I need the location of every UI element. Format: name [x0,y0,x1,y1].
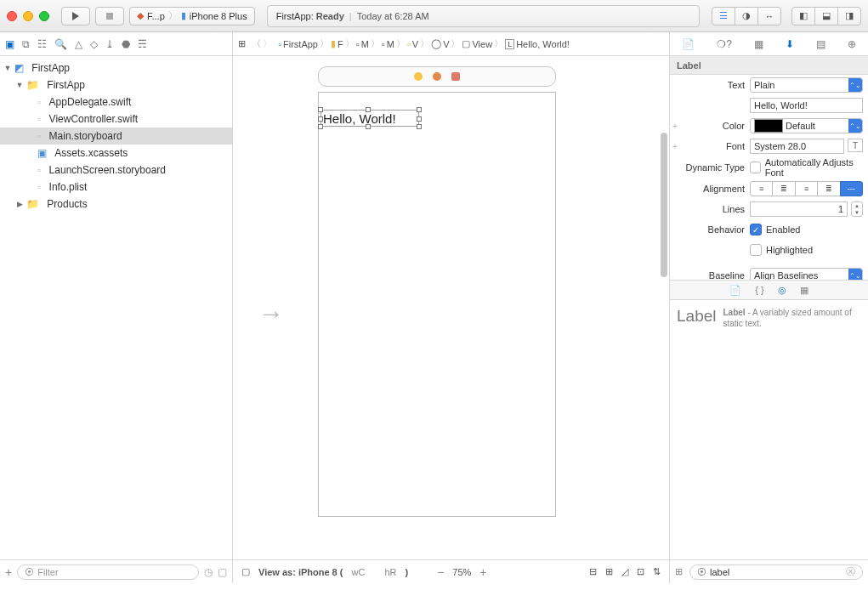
align-center-button[interactable]: ≣ [772,181,795,196]
embed-button[interactable]: ⊡ [637,566,644,577]
forward-button[interactable]: 〉 [263,37,272,50]
project-root-row[interactable]: ▼◩ FirstApp [0,60,232,77]
add-variant-button[interactable]: + [670,141,680,151]
jump-view[interactable]: View [472,39,492,49]
grid-view-icon[interactable]: ⊞ [675,566,683,577]
project-navigator-tab[interactable]: ▣ [5,38,14,50]
stack-button[interactable]: ⇅ [653,566,661,577]
version-editor-button[interactable]: ↔ [757,7,781,26]
jump-label[interactable]: Hello, World! [516,39,570,49]
add-button[interactable]: + [5,565,12,579]
panel-toggle-buttons: ◧ ⬓ ◨ [791,7,861,26]
resolve-button[interactable]: ◿ [621,566,628,577]
code-snippets-tab[interactable]: { } [755,285,763,295]
related-items-icon[interactable]: ⊞ [238,38,246,49]
lines-input[interactable]: 1 [750,201,848,217]
zoom-in-button[interactable]: + [479,565,486,579]
breakpoint-navigator-tab[interactable]: ⬣ [122,38,130,50]
jump-item[interactable]: M [387,39,394,49]
navigator-filter-input[interactable]: ⦿ Filter [17,564,199,580]
file-row[interactable]: ▫ Info.plist [0,179,232,196]
highlighted-checkbox[interactable] [750,244,762,256]
connections-inspector-tab[interactable]: ⊕ [848,38,856,50]
font-input[interactable]: System 28.0 [750,139,844,154]
recent-filter-icon[interactable]: ◷ [204,566,213,578]
symbol-navigator-tab[interactable]: ☷ [37,38,47,50]
help-inspector-tab[interactable]: ❍? [717,38,732,50]
file-row[interactable]: ▫ AppDelegate.swift [0,94,232,111]
zoom-label[interactable]: 75% [452,567,471,577]
debug-navigator-tab[interactable]: ⤓ [105,38,114,50]
scm-filter-icon[interactable]: ▢ [218,566,227,578]
view-controller-view[interactable]: Hello, World! [318,92,556,517]
vc-icon[interactable] [414,72,423,81]
baseline-select[interactable]: Align Baselines⌃⌄ [750,268,863,280]
zoom-out-button[interactable]: − [437,565,444,579]
toggle-navigator-button[interactable]: ◧ [791,7,815,26]
dyntype-checkbox[interactable] [750,162,761,173]
stop-button[interactable] [95,7,124,26]
group-row[interactable]: ▼📁 FirstApp [0,77,232,94]
file-row[interactable]: ▫ ViewController.swift [0,111,232,128]
close-window-button[interactable] [7,11,17,21]
assistant-editor-button[interactable]: ◑ [735,7,758,26]
initial-vc-arrow[interactable]: → [258,299,284,328]
exit-icon[interactable] [451,72,460,81]
scheme-selector[interactable]: ◆ F...p 〉 ▮ iPhone 8 Plus [129,7,255,26]
identity-inspector-tab[interactable]: ▦ [754,38,763,50]
label-text: Hello, World! [323,111,396,126]
outline-toggle-icon[interactable]: ▢ [241,566,250,577]
file-row-selected[interactable]: ▫ Main.storyboard [0,128,232,145]
pin-button[interactable]: ⊞ [605,566,613,577]
library-item[interactable]: Label Label - A variably sized amount of… [670,300,868,336]
jump-bar[interactable]: ⊞ 〈 〉 ▫FirstApp〉 ▮F〉 ▫M〉 ▫M〉 ▫V〉 ◯V〉 ▢Vi… [233,32,669,55]
library-filter-input[interactable]: ⦿ label ⓧ [689,564,863,580]
jump-item[interactable]: V [443,39,449,49]
canvas-area[interactable]: Hello, World! → [233,56,669,559]
text-mode-select[interactable]: Plain⌃⌄ [750,77,863,93]
run-button[interactable] [61,7,90,26]
file-inspector-tab[interactable]: 📄 [682,38,695,50]
enabled-checkbox[interactable]: ✓ [750,224,762,235]
viewas-label[interactable]: View as: iPhone 8 ( [258,567,343,577]
issue-navigator-tab[interactable]: △ [75,38,82,50]
media-library-tab[interactable]: ▦ [800,285,808,296]
first-responder-icon[interactable] [433,72,441,81]
toggle-inspector-button[interactable]: ◨ [837,7,861,26]
size-inspector-tab[interactable]: ▤ [816,38,825,50]
source-control-tab[interactable]: ⧉ [22,38,30,50]
object-library-tab[interactable]: ◎ [778,285,786,296]
align-left-button[interactable]: ≡ [750,181,773,196]
align-button[interactable]: ⊟ [589,566,597,577]
canvas-scrollbar[interactable] [661,133,667,277]
add-variant-button[interactable]: + [670,121,680,131]
jump-folder[interactable]: F [338,39,343,49]
attributes-inspector-tab[interactable]: ⬇ [786,38,794,50]
align-natural-button[interactable]: --- [840,181,863,196]
jump-project[interactable]: FirstApp [283,39,318,49]
file-templates-tab[interactable]: 📄 [729,285,741,296]
jump-item[interactable]: M [361,39,369,49]
toggle-debug-button[interactable]: ⬓ [814,7,838,26]
test-navigator-tab[interactable]: ◇ [90,38,98,50]
file-row[interactable]: ▫ LaunchScreen.storyboard [0,162,232,179]
scene-dock[interactable] [318,66,556,87]
font-picker-button[interactable]: T [848,139,863,152]
jump-item[interactable]: V [412,39,418,49]
color-select[interactable]: Default⌃⌄ [750,118,863,133]
find-navigator-tab[interactable]: 🔍 [54,38,67,50]
standard-editor-button[interactable]: ☰ [712,7,735,26]
zoom-window-button[interactable] [39,11,49,21]
clear-filter-icon[interactable]: ⓧ [846,565,855,578]
selected-label[interactable]: Hello, World! [321,110,419,127]
file-row[interactable]: ▣ Assets.xcassets [0,145,232,162]
align-right-button[interactable]: ≡ [795,181,818,196]
lines-stepper[interactable]: ▲▼ [851,201,863,217]
report-navigator-tab[interactable]: ☴ [138,38,147,50]
back-button[interactable]: 〈 [252,37,261,50]
products-row[interactable]: ▶📁 Products [0,196,232,213]
minimize-window-button[interactable] [23,11,33,21]
align-justify-button[interactable]: ≣ [817,181,840,196]
text-value-input[interactable]: Hello, World! [750,98,863,113]
alignment-segmented[interactable]: ≡ ≣ ≡ ≣ --- [750,181,863,196]
